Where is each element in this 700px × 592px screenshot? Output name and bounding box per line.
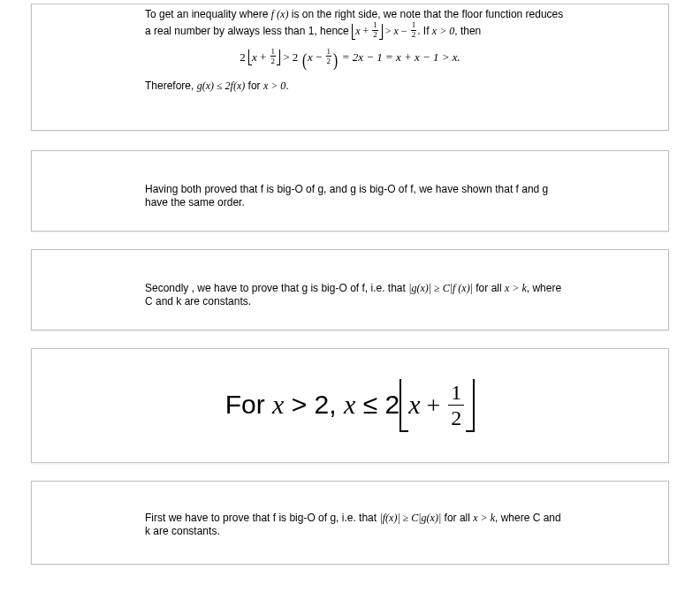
ge: ≥ <box>431 282 443 294</box>
t: . If <box>417 25 432 37</box>
xgt0: x > 0 <box>263 80 285 92</box>
t: for all <box>441 512 473 524</box>
big-inequality: For x > 2, x ≤ 2x + 12 <box>225 379 476 432</box>
t: > 2, <box>284 390 344 419</box>
two: 2 <box>293 49 299 63</box>
rfloor-icon <box>277 49 280 65</box>
fx: f (x) <box>271 8 289 20</box>
minus: − <box>399 25 410 37</box>
page: To get an inequality where f (x) is on t… <box>0 0 700 592</box>
xgt0: x > 0 <box>432 25 454 37</box>
half: 12 <box>270 48 277 65</box>
lparen-icon: ( <box>302 43 307 76</box>
plus: + <box>360 25 371 37</box>
card3-text: Secondly , we have to prove that g is bi… <box>48 282 652 309</box>
proof-card-3: Secondly , we have to prove that g is bi… <box>31 249 669 330</box>
gt: > <box>383 25 394 37</box>
lfloor-icon <box>352 24 355 40</box>
plus: + <box>420 391 446 419</box>
two: 2 <box>240 49 246 63</box>
t: , then <box>454 25 481 37</box>
card1-therefore: Therefore, g(x) ≤ 2f(x) for x > 0. <box>48 80 652 93</box>
proof-card-1: To get an inequality where f (x) is on t… <box>31 4 669 131</box>
x: x <box>272 390 284 419</box>
x: x <box>344 390 355 419</box>
xgtk: x > k <box>473 512 495 524</box>
rfloor-icon <box>466 379 475 432</box>
lfloor-icon <box>399 379 408 432</box>
dot: . <box>285 80 288 92</box>
t: ≤ 2 <box>355 390 399 419</box>
gt: > <box>283 49 293 63</box>
proof-card-2: Having both proved that f is big-O of g,… <box>31 150 669 231</box>
lfloor-icon <box>248 49 252 65</box>
half: 12 <box>372 21 378 39</box>
card1-paragraph: To get an inequality where f (x) is on t… <box>48 8 652 40</box>
t: for all <box>473 282 505 294</box>
proof-card-5: First we have to prove that f is big-O o… <box>31 481 669 565</box>
xgtk: x > k <box>505 282 527 294</box>
t: Secondly , we have to prove that g is bi… <box>145 282 408 294</box>
t: To get an inequality where <box>145 8 271 20</box>
rfloor-icon <box>379 24 383 40</box>
t: Therefore, <box>145 80 197 92</box>
x: x <box>408 390 420 419</box>
ge: ≥ <box>400 512 412 524</box>
rparen-icon: ) <box>333 43 338 76</box>
cabsf: C|f (x)| <box>443 282 473 294</box>
minus: − <box>313 49 325 63</box>
cabsg: C|g(x)| <box>411 512 441 524</box>
t: for <box>245 80 263 92</box>
half: 12 <box>411 21 417 39</box>
card5-text: First we have to prove that f is big-O o… <box>48 512 652 539</box>
chain: = 2x − 1 = x + x − 1 > x. <box>342 49 460 63</box>
t: For <box>225 390 272 419</box>
absg: |g(x)| <box>408 282 431 294</box>
proof-card-4: For x > 2, x ≤ 2x + 12 <box>31 348 669 463</box>
half: 12 <box>326 48 332 65</box>
card1-equation: 2 x + 12 > 2 (x − 12) = 2x − 1 = x + x −… <box>48 43 652 76</box>
half-big: 12 <box>448 382 464 429</box>
t: First we have to prove that f is big-O o… <box>145 512 379 524</box>
ineq: g(x) ≤ 2f(x) <box>197 80 246 92</box>
plus: + <box>257 49 270 63</box>
absfx: |f(x)| <box>379 512 399 524</box>
card2-text: Having both proved that f is big-O of g,… <box>48 183 652 210</box>
